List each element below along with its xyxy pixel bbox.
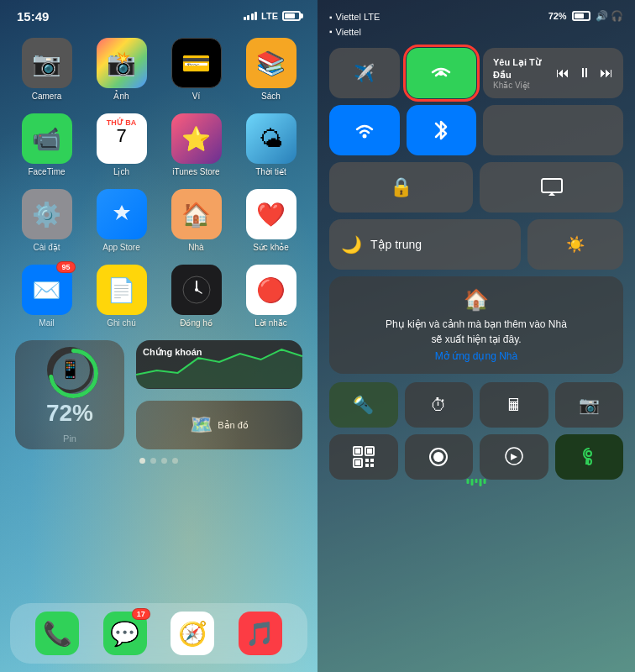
cc-row1: ✈️ Yêu Lại Từ Đầu Khắc Việt ⏮ ⏸ ⏭ [329, 48, 623, 98]
app-calendar[interactable]: THỨ BA 7 Lịch [90, 113, 153, 177]
screen-record-button[interactable] [405, 434, 474, 480]
cc-battery-pct: 72% [548, 11, 567, 21]
signal-icon-2: ▪️ [329, 25, 333, 39]
svg-point-4 [195, 288, 198, 291]
photos-icon: 📸 [97, 38, 147, 88]
empty-slot [483, 105, 623, 155]
dock-safari[interactable]: 🧭 [171, 612, 214, 655]
svg-rect-16 [365, 459, 369, 462]
signal-icon-1: ▪️ [329, 11, 333, 24]
app-wallet[interactable]: 💳 Ví [165, 38, 228, 102]
appstore-icon [97, 189, 147, 239]
app-clock[interactable]: Đồng hồ [165, 265, 228, 328]
dock-phone-icon: 📞 [35, 612, 79, 655]
phone-right: ▪️ Viettel LTE ▪️ Viettel 72% 🔊 🎧 ✈️ [318, 0, 635, 672]
bluetooth-button[interactable] [407, 105, 477, 155]
dock: 📞 💬 17 🧭 🎵 [10, 603, 307, 664]
status-bar-left: 15:49 LTE [0, 0, 318, 25]
app-books[interactable]: 📚 Sách [239, 38, 302, 102]
battery-widget[interactable]: 📱 72% Pin [15, 340, 124, 449]
mail-badge: 95 [56, 261, 75, 273]
app-grid: 📷 Camera 📸 Ảnh 💳 Ví 📚 Sách 📹 FaceTime TH… [0, 29, 318, 337]
cc-home-text: Phụ kiện và cảnh mà bạn thêm vào Nhàsẽ x… [386, 317, 567, 347]
flashlight-button[interactable]: 🔦 [329, 382, 398, 428]
dock-music-icon: 🎵 [239, 612, 282, 655]
cc-row3: 🔒 [329, 162, 623, 213]
app-calendar-label: Lịch [113, 167, 129, 177]
timer-button[interactable]: ⏱ [405, 382, 474, 428]
signal-bar-3 [251, 13, 254, 20]
airplane-mode-button[interactable]: ✈️ [329, 48, 400, 98]
stocks-label: Chứng khoán [143, 347, 202, 358]
app-facetime[interactable]: 📹 FaceTime [15, 113, 78, 177]
svg-rect-18 [365, 464, 369, 467]
calculator-button[interactable]: 🖩 [480, 382, 548, 428]
page-dot-2 [150, 458, 156, 464]
signal-bar-1 [244, 17, 246, 20]
cc-battery-icon [572, 11, 590, 21]
signal-bar-4 [255, 12, 257, 20]
cc-bottom-row2 [329, 434, 623, 480]
camera-button[interactable]: 📷 [555, 382, 624, 428]
shortcuts-button[interactable] [480, 434, 548, 480]
page-dot-3 [161, 458, 167, 464]
wallet-icon: 💳 [171, 38, 222, 88]
app-home[interactable]: 🏠 Nhà [165, 189, 228, 253]
app-settings[interactable]: ⚙️ Cài đặt [15, 189, 78, 253]
rotation-lock-button[interactable]: 🔒 [329, 162, 473, 213]
battery-percent-large: 72% [46, 400, 93, 427]
battery-icon [282, 11, 301, 21]
cc-icons-row: 🔊 🎧 [596, 10, 623, 22]
maps-widget[interactable]: 🗺️ Bản đồ [136, 401, 302, 449]
app-weather[interactable]: 🌤 Thời tiết [239, 113, 302, 177]
dock-phone[interactable]: 📞 [35, 612, 79, 655]
app-itunes[interactable]: ⭐ iTunes Store [165, 113, 228, 177]
stocks-widget[interactable]: Chứng khoán [136, 340, 302, 389]
app-reminders[interactable]: 🔴 Lời nhắc [239, 265, 302, 328]
dock-messages[interactable]: 💬 17 [103, 612, 147, 655]
app-camera[interactable]: 📷 Camera [15, 38, 78, 102]
app-books-label: Sách [261, 92, 281, 102]
app-photos[interactable]: 📸 Ảnh [90, 38, 153, 102]
hearing-button[interactable] [555, 434, 624, 480]
time-display: 15:49 [17, 9, 49, 24]
cc-battery-fill [575, 13, 585, 18]
app-notes[interactable]: 📄 Ghi chú [90, 265, 153, 328]
facetime-icon: 📹 [22, 113, 72, 164]
svg-rect-9 [542, 179, 562, 192]
next-track-button[interactable]: ⏭ [600, 66, 613, 81]
app-appstore[interactable]: App Store [90, 189, 153, 253]
books-icon: 📚 [246, 38, 297, 88]
app-itunes-label: iTunes Store [172, 167, 219, 177]
prev-track-button[interactable]: ⏮ [556, 66, 569, 81]
wifi-button[interactable] [329, 105, 400, 155]
dock-safari-icon: 🧭 [171, 612, 214, 655]
cc-home-link[interactable]: Mở ứng dụng Nhà [435, 350, 517, 362]
cc-row2 [329, 105, 623, 155]
phone-left: 15:49 LTE 📷 Camera 📸 Ảnh 💳 [0, 0, 318, 672]
dock-messages-icon: 💬 17 [103, 612, 147, 655]
app-health[interactable]: ❤️ Sức khỏe [239, 189, 302, 253]
cc-carrier1: Viettel LTE [336, 10, 380, 25]
dock-music[interactable]: 🎵 [239, 612, 282, 655]
hearing-bars [467, 479, 486, 486]
qr-scanner-button[interactable] [329, 434, 398, 480]
cc-signal-info: ▪️ Viettel LTE ▪️ Viettel [329, 10, 380, 39]
home-icon: 🏠 [171, 189, 222, 239]
music-controls[interactable]: ⏮ ⏸ ⏭ [556, 66, 613, 81]
maps-label: Bản đồ [218, 420, 249, 431]
status-right: LTE [244, 11, 301, 21]
svg-rect-17 [370, 459, 374, 462]
screen-mirror-button[interactable] [480, 162, 623, 213]
music-now-playing[interactable]: Yêu Lại Từ Đầu Khắc Việt ⏮ ⏸ ⏭ [483, 48, 623, 98]
brightness-control[interactable]: ☀️ [527, 219, 623, 270]
music-artist: Khắc Việt [493, 81, 556, 90]
calendar-icon: THỨ BA 7 [97, 113, 147, 164]
app-mail[interactable]: ✉️ 95 Mail [15, 265, 78, 328]
focus-mode-button[interactable]: 🌙 Tập trung [329, 219, 521, 270]
play-pause-button[interactable]: ⏸ [578, 66, 591, 81]
cc-right-status: 72% 🔊 🎧 [548, 10, 623, 22]
signal-bar-2 [247, 15, 249, 20]
app-mail-label: Mail [39, 318, 54, 328]
wifi-toggle-button[interactable] [407, 48, 477, 98]
